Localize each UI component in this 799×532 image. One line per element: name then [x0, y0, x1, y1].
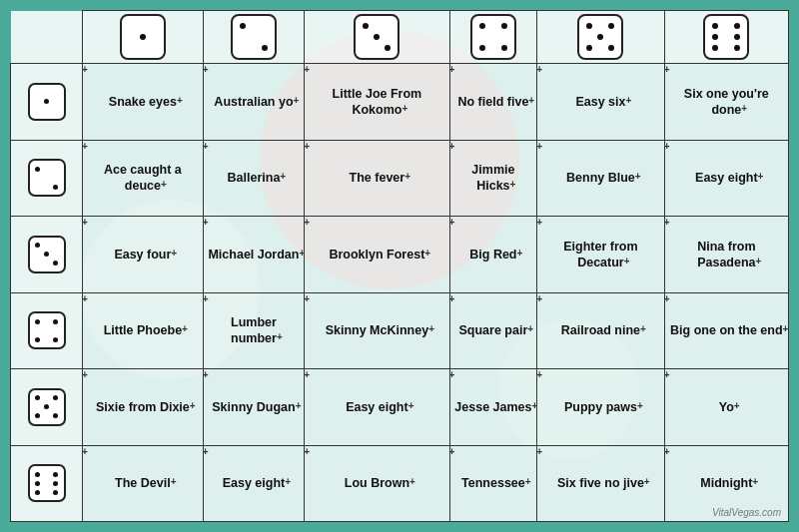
die-header-6: [703, 14, 749, 60]
row-header-6: [11, 445, 83, 522]
col-header-5: [537, 11, 664, 64]
cell-5-1: Sixie from Dixie: [83, 369, 204, 446]
die-header-3: [354, 14, 400, 60]
cell-3-6: Nina from Pasadena: [664, 217, 788, 293]
watermark: VitalVegas.com: [712, 507, 781, 518]
cell-4-6: Big one on the end: [664, 292, 788, 369]
cell-6-3: Lou Brown: [305, 445, 449, 522]
cell-3-1: Easy four: [83, 217, 204, 293]
cell-6-1: The Devil: [83, 445, 204, 522]
cell-6-2: Easy eight: [203, 445, 304, 522]
cell-4-4: Square pair: [449, 292, 537, 369]
dice-table-container: Snake eyes Australian yo Little Joe From…: [10, 10, 789, 522]
cell-3-4: Big Red: [449, 217, 537, 293]
cell-2-6: Easy eight: [664, 140, 788, 217]
cell-5-4: Jesse James: [449, 369, 537, 446]
cell-1-6: Six one you're done: [664, 64, 788, 141]
col-header-3: [305, 11, 449, 64]
die-header-1: [120, 14, 166, 60]
cell-3-2: Michael Jordan: [203, 217, 304, 293]
die-header-5: [577, 14, 623, 60]
die-row-2: [28, 159, 66, 197]
col-header-6: [664, 11, 788, 64]
cell-2-1: Ace caught a deuce: [83, 140, 204, 217]
row-header-5: [11, 369, 83, 446]
cell-4-5: Railroad nine: [537, 292, 664, 369]
cell-1-5: Easy six: [537, 64, 664, 141]
cell-4-2: Lumber number: [203, 292, 304, 369]
cell-6-4: Tennessee: [449, 445, 537, 522]
die-row-6: [28, 464, 66, 502]
cell-1-4: No field five: [449, 64, 537, 141]
col-header-1: [83, 11, 204, 64]
die-row-4: [28, 311, 66, 349]
die-header-2: [231, 14, 277, 60]
cell-6-5: Six five no jive: [537, 445, 664, 522]
row-header-3: [11, 217, 83, 293]
die-row-1: [28, 83, 66, 121]
die-row-5: [28, 388, 66, 426]
cell-5-3: Easy eight: [305, 369, 449, 446]
cell-2-4: Jimmie Hicks: [449, 140, 537, 217]
cell-1-2: Australian yo: [203, 64, 304, 141]
cell-2-3: The fever: [305, 140, 449, 217]
cell-3-5: Eighter from Decatur: [537, 217, 664, 293]
col-header-4: [449, 11, 537, 64]
cell-1-1: Snake eyes: [83, 64, 204, 141]
craps-names-table: Snake eyes Australian yo Little Joe From…: [10, 10, 789, 522]
row-header-4: [11, 292, 83, 369]
cell-1-3: Little Joe From Kokomo: [305, 64, 449, 141]
cell-5-2: Skinny Dugan: [203, 369, 304, 446]
corner-cell: [11, 11, 83, 64]
cell-2-5: Benny Blue: [537, 140, 664, 217]
cell-5-6: Yo: [664, 369, 788, 446]
row-header-1: [11, 64, 83, 141]
cell-4-1: Little Phoebe: [83, 292, 204, 369]
cell-2-2: Ballerina: [203, 140, 304, 217]
cell-5-5: Puppy paws: [537, 369, 664, 446]
cell-3-3: Brooklyn Forest: [305, 217, 449, 293]
col-header-2: [203, 11, 304, 64]
row-header-2: [11, 140, 83, 217]
cell-4-3: Skinny McKinney: [305, 292, 449, 369]
die-header-4: [470, 14, 516, 60]
die-row-3: [28, 236, 66, 273]
